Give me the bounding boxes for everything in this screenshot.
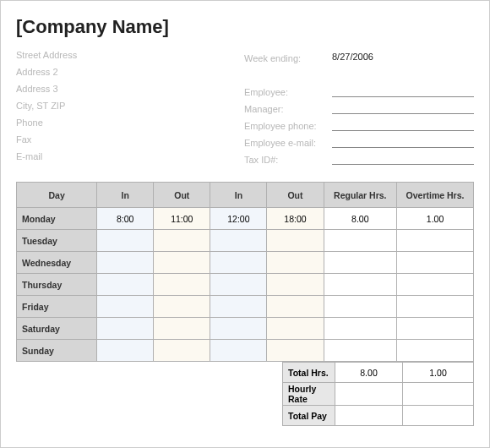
cell-overtime: 1.00 (397, 208, 474, 230)
emp-email-label: Employee e-mail: (244, 138, 329, 148)
table-row: Monday8:0011:0012:0018:008.001.00 (17, 208, 474, 230)
tax-id-value (332, 153, 474, 165)
table-row: Saturday (17, 318, 474, 340)
email-label: E-mail (16, 151, 219, 165)
cell-out1 (154, 274, 210, 296)
cell-overtime (397, 296, 474, 318)
cell-regular: 8.00 (324, 208, 397, 230)
th-in1: In (97, 183, 154, 208)
emp-phone-value (332, 119, 474, 131)
day-name: Sunday (17, 340, 97, 362)
th-day: Day (17, 183, 97, 208)
city-state-zip: City, ST ZIP (16, 101, 219, 114)
table-row: Sunday (17, 340, 474, 362)
cell-out2 (267, 274, 324, 296)
cell-overtime (397, 340, 474, 362)
totals-block: Total Hrs. 8.00 1.00 Hourly Rate Total P… (16, 362, 474, 426)
total-hrs-overtime: 1.00 (403, 363, 474, 383)
day-name: Saturday (17, 318, 97, 340)
table-header-row: Day In Out In Out Regular Hrs. Overtime … (17, 183, 474, 208)
hourly-rate-row: Hourly Rate (283, 383, 474, 406)
th-overtime: Overtime Hrs. (397, 183, 474, 208)
address-2: Address 2 (16, 67, 219, 80)
cell-in2 (210, 252, 267, 274)
day-name: Thursday (17, 274, 97, 296)
cell-in2 (210, 274, 267, 296)
cell-out2 (267, 296, 324, 318)
timesheet-table: Day In Out In Out Regular Hrs. Overtime … (16, 182, 474, 362)
address-block: Street Address Address 2 Address 3 City,… (16, 50, 219, 165)
week-ending-value: 8/27/2006 (332, 52, 474, 63)
cell-in1 (97, 230, 154, 252)
cell-out1 (154, 252, 210, 274)
details-block: Week ending: 8/27/2006 Employee: Manager… (244, 50, 474, 165)
cell-in2 (210, 340, 267, 362)
th-out1: Out (154, 183, 210, 208)
cell-regular (324, 274, 397, 296)
cell-out1 (154, 230, 210, 252)
cell-out1 (154, 340, 210, 362)
emp-email-value (332, 136, 474, 148)
cell-regular (324, 296, 397, 318)
cell-out2: 18:00 (267, 208, 324, 230)
fax-label: Fax (16, 134, 219, 148)
th-in2: In (210, 183, 267, 208)
cell-overtime (397, 252, 474, 274)
cell-out2 (267, 318, 324, 340)
cell-overtime (397, 318, 474, 340)
cell-overtime (397, 230, 474, 252)
cell-in1 (97, 252, 154, 274)
cell-in2 (210, 230, 267, 252)
total-pay-row: Total Pay (283, 406, 474, 426)
cell-in2 (210, 318, 267, 340)
day-name: Tuesday (17, 230, 97, 252)
hourly-rate-regular (335, 383, 403, 406)
total-pay-overtime (403, 406, 474, 426)
cell-out1 (154, 296, 210, 318)
cell-overtime (397, 274, 474, 296)
th-regular: Regular Hrs. (324, 183, 397, 208)
th-out2: Out (267, 183, 324, 208)
cell-in1 (97, 340, 154, 362)
cell-regular (324, 252, 397, 274)
cell-in1 (97, 296, 154, 318)
cell-regular (324, 318, 397, 340)
cell-in1: 8:00 (97, 208, 154, 230)
employee-label: Employee: (244, 87, 329, 97)
emp-phone-label: Employee phone: (244, 121, 329, 131)
day-name: Monday (17, 208, 97, 230)
hourly-rate-overtime (403, 383, 474, 406)
day-name: Friday (17, 296, 97, 318)
employee-value (332, 85, 474, 97)
timesheet-page: [Company Name] Street Address Address 2 … (0, 0, 490, 448)
cell-in2: 12:00 (210, 208, 267, 230)
cell-out2 (267, 340, 324, 362)
cell-out1 (154, 318, 210, 340)
cell-in2 (210, 296, 267, 318)
cell-in1 (97, 318, 154, 340)
total-pay-label: Total Pay (283, 406, 335, 426)
tax-id-label: Tax ID#: (244, 155, 329, 165)
table-row: Thursday (17, 274, 474, 296)
manager-value (332, 102, 474, 114)
cell-out1: 11:00 (154, 208, 210, 230)
week-ending-label: Week ending: (244, 53, 329, 63)
header-info: Street Address Address 2 Address 3 City,… (16, 50, 474, 165)
company-name: [Company Name] (16, 16, 474, 38)
street-address: Street Address (16, 50, 219, 63)
cell-in1 (97, 274, 154, 296)
hourly-rate-label: Hourly Rate (283, 383, 335, 406)
total-pay-regular (335, 406, 403, 426)
phone-label: Phone (16, 117, 219, 131)
total-hrs-regular: 8.00 (335, 363, 403, 383)
total-hrs-label: Total Hrs. (283, 363, 335, 383)
table-row: Tuesday (17, 230, 474, 252)
table-row: Wednesday (17, 252, 474, 274)
cell-out2 (267, 252, 324, 274)
cell-regular (324, 230, 397, 252)
address-3: Address 3 (16, 84, 219, 97)
manager-label: Manager: (244, 104, 329, 114)
cell-out2 (267, 230, 324, 252)
cell-regular (324, 340, 397, 362)
table-row: Friday (17, 296, 474, 318)
